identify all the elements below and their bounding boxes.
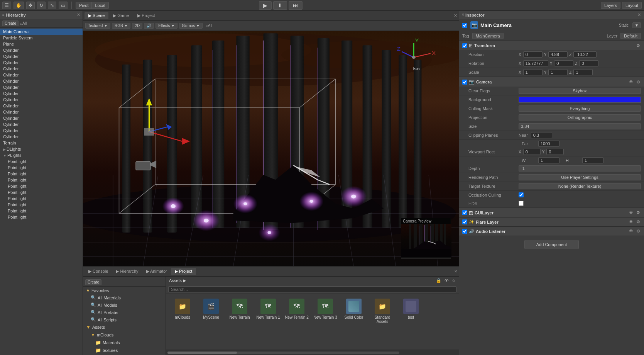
rot-x-input[interactable]: [523, 60, 548, 66]
project-sidebar[interactable]: Create ★ Favorites 🔍 All Materials 🔍 All…: [83, 277, 166, 355]
asset-myscene[interactable]: 🎬 MyScene: [198, 297, 225, 325]
hierarchy-item-cyl11[interactable]: Cylinder: [0, 109, 83, 115]
play-btn[interactable]: ▶: [259, 1, 272, 10]
eye-icon[interactable]: 👁: [445, 278, 449, 283]
move-tool-btn[interactable]: ✥: [26, 2, 35, 9]
hierarchy-item-plights[interactable]: ▼PLights: [0, 152, 83, 158]
guilayer-checkbox[interactable]: [462, 210, 467, 215]
assets-textures[interactable]: 📁 textures: [83, 347, 166, 354]
hand-tool-btn[interactable]: ✋: [14, 2, 24, 9]
rendering-path-dropdown[interactable]: Use Player Settings: [519, 174, 641, 180]
unity-menu-btn[interactable]: ☰: [2, 2, 11, 9]
hierarchy-item-cyl15[interactable]: Cylinder: [0, 134, 83, 140]
audiolistener-header[interactable]: 🔊 Audio Listener 👁 ⚙: [459, 227, 644, 236]
rotate-tool-btn[interactable]: ↻: [37, 2, 46, 9]
hierarchy-item-pl10[interactable]: Point light: [0, 214, 83, 220]
lock-icon[interactable]: 🔒: [436, 278, 441, 283]
hierarchy-item-cyl3[interactable]: Cylinder: [0, 59, 83, 66]
asset-terrain3[interactable]: 🗺 New Terrain 3: [312, 297, 339, 325]
tab-game[interactable]: ▶ Game: [109, 12, 133, 19]
asset-terrain[interactable]: 🗺 New Terrain: [226, 297, 253, 325]
hierarchy-item-terrain[interactable]: Terrain: [0, 140, 83, 146]
flarelayer-checkbox[interactable]: [462, 219, 467, 224]
hierarchy-item-cyl8[interactable]: Cylinder: [0, 90, 83, 97]
assets-materials[interactable]: 📁 Materials: [83, 339, 166, 347]
scale-x-input[interactable]: [523, 69, 543, 75]
layer-value-btn[interactable]: Default: [620, 33, 641, 39]
hierarchy-item-pl7[interactable]: Point light: [0, 195, 83, 202]
inspector-close[interactable]: ✕: [637, 12, 641, 17]
hierarchy-item-pl2[interactable]: Point light: [0, 165, 83, 171]
hdr-checkbox[interactable]: [519, 201, 524, 206]
camera-enabled-checkbox[interactable]: [462, 80, 467, 85]
pos-x-input[interactable]: [523, 51, 543, 58]
hierarchy-item-cyl7[interactable]: Cylinder: [0, 84, 83, 90]
project-create-btn[interactable]: Create: [85, 279, 101, 285]
culling-mask-dropdown[interactable]: Everything: [519, 105, 641, 112]
transform-header[interactable]: ⊞ Transform ⚙: [459, 41, 644, 50]
camera-eye-icon[interactable]: 👁: [628, 80, 634, 85]
hierarchy-item-cyl14[interactable]: Cylinder: [0, 127, 83, 134]
add-component-btn[interactable]: Add Component: [524, 240, 579, 249]
pos-y-input[interactable]: [548, 51, 568, 58]
pause-btn[interactable]: ⏸: [273, 1, 287, 10]
project-scrollbar[interactable]: [166, 350, 459, 355]
flarelayer-gear-icon[interactable]: ⚙: [636, 219, 641, 224]
tab-console[interactable]: ▶ Console: [85, 268, 112, 275]
object-active-checkbox[interactable]: [462, 23, 467, 28]
far-input[interactable]: [538, 141, 559, 147]
hierarchy-item-pl1[interactable]: Point light: [0, 158, 83, 165]
asset-test[interactable]: test: [397, 297, 424, 325]
size-input[interactable]: [519, 123, 641, 129]
audiolistener-eye-icon[interactable]: 👁: [628, 229, 634, 234]
asset-solidcolor[interactable]: Solid Color: [340, 297, 367, 325]
guilayer-eye-icon[interactable]: 👁: [628, 210, 634, 215]
gizmos-btn[interactable]: Gizmos ▼: [179, 23, 203, 29]
fav-all-prefabs[interactable]: 🔍 All Prefabs: [83, 309, 166, 316]
hierarchy-item-pl9[interactable]: Point light: [0, 208, 83, 214]
hierarchy-item-dlights[interactable]: ▶DLights: [0, 146, 83, 152]
star-icon-2[interactable]: ☆: [452, 278, 456, 283]
assets-mclouds[interactable]: ▼ mClouds: [83, 331, 166, 339]
hierarchy-item-main-camera[interactable]: Main Camera: [0, 29, 83, 35]
vp-w-input[interactable]: [538, 157, 559, 163]
depth-input[interactable]: [519, 165, 641, 172]
hierarchy-item-cyl4[interactable]: Cylinder: [0, 66, 83, 72]
background-color-swatch[interactable]: [519, 97, 641, 103]
tab-project[interactable]: ▶ Project: [171, 268, 196, 275]
flarelayer-header[interactable]: ✨ Flare Layer 👁 ⚙: [459, 217, 644, 226]
local-btn[interactable]: Local: [92, 2, 108, 8]
target-texture-field[interactable]: None (Render Texture): [519, 183, 641, 189]
hierarchy-item-pl3[interactable]: Point light: [0, 171, 83, 177]
effects-btn[interactable]: Effects ▼: [156, 23, 177, 29]
hierarchy-item-pl4[interactable]: Point light: [0, 177, 83, 183]
step-btn[interactable]: ⏭: [289, 1, 303, 10]
hierarchy-item-cyl1[interactable]: Cylinder: [0, 47, 83, 53]
viewport[interactable]: X Y Z Iso Camera Preview: [83, 31, 459, 266]
bottom-panel-close[interactable]: ✕: [454, 269, 457, 273]
projection-dropdown[interactable]: Orthographic: [519, 114, 641, 121]
hierarchy-item-pl5[interactable]: Point light: [0, 183, 83, 189]
asset-terrain1[interactable]: 🗺 New Terrain 1: [255, 297, 282, 325]
hierarchy-item-cyl2[interactable]: Cylinder: [0, 53, 83, 59]
hierarchy-item-cyl13[interactable]: Cylinder: [0, 121, 83, 127]
hierarchy-list[interactable]: Main Camera Particle System Plane Cylind…: [0, 28, 83, 355]
transform-gear-icon[interactable]: ⚙: [636, 43, 641, 48]
pos-z-input[interactable]: [573, 51, 597, 58]
scale-tool-btn[interactable]: ⤡: [48, 2, 56, 9]
hierarchy-item-plane[interactable]: Plane: [0, 41, 83, 47]
project-search-input[interactable]: [168, 286, 456, 292]
rot-y-input[interactable]: [554, 60, 573, 66]
scale-z-input[interactable]: [573, 69, 593, 75]
fav-all-models[interactable]: 🔍 All Models: [83, 301, 166, 309]
tab-animator[interactable]: ▶ Animator: [142, 268, 171, 275]
asset-standard-assets[interactable]: 📁 Standard Assets: [369, 297, 396, 325]
layout-dropdown[interactable]: Layout: [622, 2, 642, 9]
hierarchy-close[interactable]: ✕: [77, 12, 80, 17]
static-dropdown-btn[interactable]: ▼: [632, 22, 641, 28]
assets-root[interactable]: ▼ Assets: [83, 323, 166, 331]
asset-terrain2[interactable]: 🗺 New Terrain 2: [283, 297, 310, 325]
guilayer-header[interactable]: 🖼 GUILayer 👁 ⚙: [459, 208, 644, 217]
2d-btn[interactable]: 2D: [132, 23, 142, 29]
audio-btn[interactable]: 🔊: [144, 23, 154, 29]
